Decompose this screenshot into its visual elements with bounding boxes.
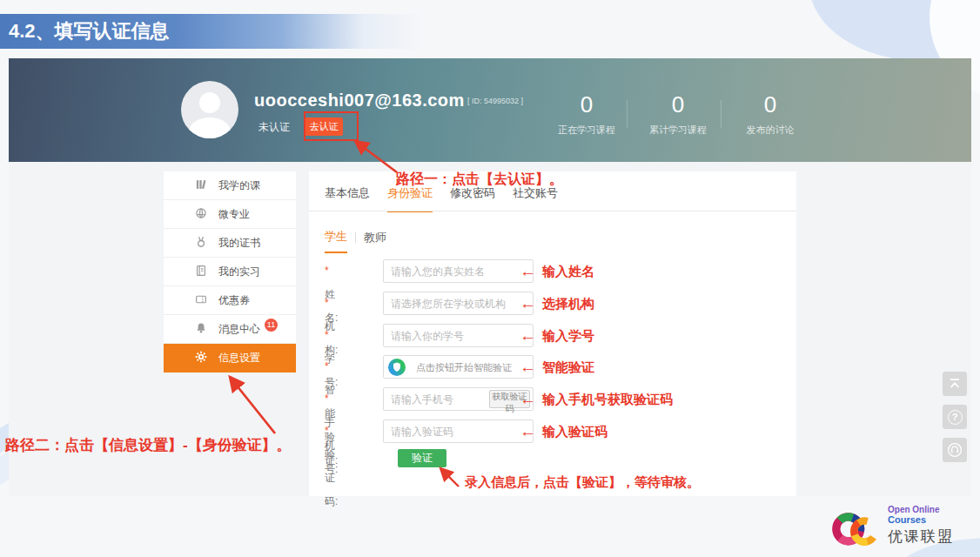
coupon-icon — [195, 288, 207, 300]
stat-value: 0 — [534, 91, 639, 118]
profile-header: uoocceshi007@163.com [ ID: 54995032 ] 未认… — [9, 58, 971, 162]
required-mark: * — [325, 297, 329, 309]
back-to-top-icon — [948, 377, 962, 391]
code-input[interactable] — [383, 419, 534, 443]
bell-icon — [195, 317, 207, 329]
tab-social-accounts[interactable]: 社交账号 — [513, 185, 558, 212]
student-id-input[interactable] — [383, 324, 534, 347]
annotation-note-name: ←输入姓名 — [520, 262, 594, 281]
left-arrow-icon: ← — [520, 359, 536, 376]
note-text: 输入学号 — [542, 328, 594, 345]
profile-page-screenshot: uoocceshi007@163.com [ ID: 54995032 ] 未认… — [9, 58, 971, 496]
avatar-person-icon — [199, 92, 220, 113]
stat-value: 0 — [718, 91, 822, 118]
sidebar-item-label: 我的实习 — [218, 265, 260, 278]
sidebar: 我学的课 微专业 我的证书 我的实习 优惠券 消息中心11 信息设置 — [164, 171, 296, 372]
sidebar-item-label: 我学的课 — [218, 179, 260, 191]
divider — [355, 232, 356, 243]
annotation-note-institution: ←选择机构 — [520, 294, 594, 313]
sidebar-item-label: 优惠券 — [218, 294, 250, 306]
field-label-text: 验证码: — [325, 448, 338, 507]
annotation-note-phone: ←输入手机号获取验证码 — [520, 390, 673, 409]
sidebar-item-my-courses[interactable]: 我学的课 — [164, 171, 296, 200]
micro-major-icon — [195, 202, 207, 214]
arrow-to-certify-button — [346, 136, 402, 176]
tab-identity-verify[interactable]: 身份验证 — [387, 185, 433, 212]
logo-line1: Open Online — [888, 505, 954, 514]
note-text: 选择机构 — [542, 296, 594, 312]
slide-page: 4.2、填写认证信息 uoocceshi007@163.com [ ID: 54… — [0, 0, 980, 557]
smart-verify-hint: 点击按钮开始智能验证 — [416, 356, 512, 379]
annotation-note-student-id: ←输入学号 — [520, 326, 594, 346]
headset-icon — [947, 442, 963, 458]
sidebar-item-internship[interactable]: 我的实习 — [164, 258, 296, 286]
notebook-icon — [195, 259, 207, 272]
note-text: 智能验证 — [542, 359, 594, 376]
stat-value: 0 — [626, 91, 730, 118]
left-arrow-icon: ← — [520, 295, 536, 312]
stat-discussions: 0 发布的讨论 — [718, 91, 822, 137]
settings-tabs: 基本信息 身份验证 修改密码 社交账号 — [325, 185, 558, 212]
left-arrow-icon: ← — [520, 327, 536, 345]
sidebar-item-messages[interactable]: 消息中心11 — [164, 315, 296, 344]
annotation-path1: 路径一：点击【去认证】。 — [396, 171, 563, 189]
annotation-submit-note: 录入信息后，点击【验证】，等待审核。 — [465, 474, 700, 491]
stat-total: 0 累计学习课程 — [626, 91, 730, 137]
status-label: 未认证 — [258, 120, 290, 135]
stat-label: 正在学习课程 — [534, 124, 639, 137]
required-mark: * — [325, 265, 329, 277]
uooc-logo-mark — [829, 505, 884, 550]
sidebar-item-label: 消息中心 — [218, 323, 260, 335]
divider — [309, 211, 796, 211]
avatar-person-icon — [189, 117, 231, 138]
sidebar-item-certificates[interactable]: 我的证书 — [164, 229, 296, 258]
required-mark: * — [325, 360, 329, 372]
institution-input[interactable] — [383, 292, 534, 315]
role-tabs: 学生 教师 — [325, 229, 386, 253]
avatar — [181, 81, 238, 138]
sidebar-item-micro-major[interactable]: 微专业 — [164, 200, 296, 229]
tab-student[interactable]: 学生 — [325, 229, 347, 253]
sidebar-item-coupons[interactable]: 优惠券 — [164, 286, 296, 315]
arrow-to-settings-item — [218, 369, 280, 437]
shield-verify-icon[interactable] — [388, 359, 406, 376]
stat-learning: 0 正在学习课程 — [534, 91, 639, 137]
uooc-logo-text: Open Online Courses 优课联盟 — [888, 505, 954, 547]
left-arrow-icon: ← — [520, 391, 536, 408]
user-email: uoocceshi007@163.com — [254, 91, 465, 111]
arrow-to-verify-button — [433, 464, 463, 490]
stat-label: 累计学习课程 — [626, 124, 730, 137]
annotation-note-code: ←输入验证码 — [520, 422, 607, 441]
gear-icon — [195, 346, 207, 358]
annotation-note-smart-verify: ←智能验证 — [520, 358, 594, 377]
name-input[interactable] — [383, 259, 534, 283]
left-arrow-icon: ← — [520, 263, 536, 280]
note-text: 输入姓名 — [542, 264, 594, 280]
sidebar-item-label: 我的证书 — [218, 237, 260, 249]
required-mark: * — [325, 425, 329, 437]
required-mark: * — [325, 393, 329, 405]
tab-change-password[interactable]: 修改密码 — [450, 185, 495, 212]
back-to-top-button[interactable] — [943, 372, 967, 396]
slide-title: 4.2、填写认证信息 — [0, 14, 627, 49]
help-icon: ? — [948, 410, 963, 425]
note-text: 输入手机号获取验证码 — [542, 392, 673, 408]
logo-name: 优课联盟 — [888, 527, 954, 547]
sidebar-item-label: 信息设置 — [218, 352, 260, 364]
tab-basic-info[interactable]: 基本信息 — [325, 185, 370, 212]
help-button[interactable]: ? — [943, 405, 967, 429]
field-label: *验证码: — [325, 419, 338, 513]
support-button[interactable] — [943, 438, 967, 462]
medal-icon — [195, 231, 207, 243]
logo-line2: Courses — [888, 514, 954, 525]
stat-label: 发布的讨论 — [718, 124, 822, 137]
tab-teacher[interactable]: 教师 — [364, 230, 386, 252]
note-text: 输入验证码 — [542, 424, 607, 440]
unread-count-badge: 11 — [265, 319, 278, 332]
annotation-path2: 路径二：点击【信息设置】-【身份验证】。 — [5, 435, 292, 455]
required-mark: * — [325, 329, 329, 341]
user-id: [ ID: 54995032 ] — [467, 97, 523, 105]
slide-title-banner: 4.2、填写认证信息 — [0, 14, 627, 49]
smart-verify-widget[interactable]: 点击按钮开始智能验证 — [383, 355, 534, 379]
sidebar-item-label: 微专业 — [218, 208, 250, 220]
